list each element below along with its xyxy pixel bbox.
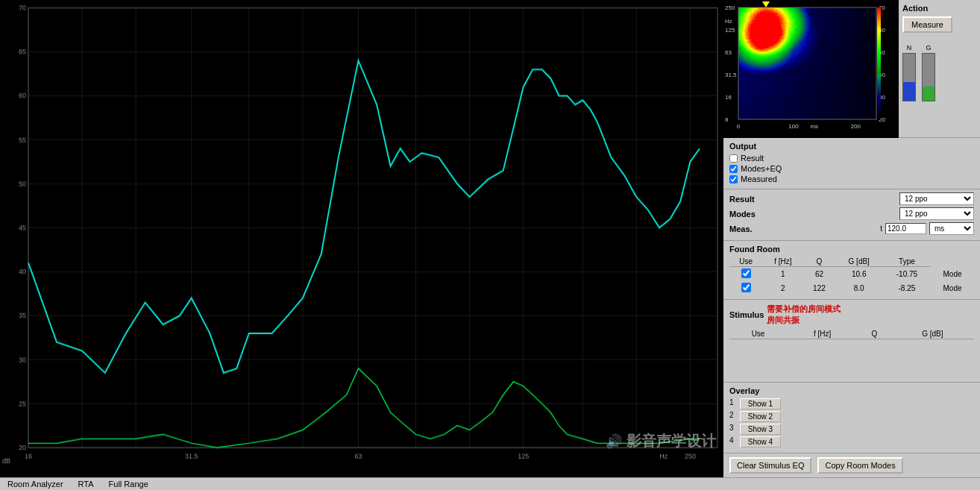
measured-checkbox-row: Measured — [729, 175, 974, 183]
overlay-section: Overlay 1 Show 1 2 Show 2 3 Show 3 4 Sho… — [723, 382, 980, 453]
stimulus-note: 需要补偿的房间模式房间共振 — [767, 304, 841, 326]
action-panel: Action Measure N G — [899, 0, 980, 137]
show-3-button[interactable]: Show 3 — [740, 424, 781, 435]
stim-col-freq: f [Hz] — [787, 329, 858, 339]
stimulus-section: Stimulus 需要补偿的房间模式房间共振 Use f [Hz] Q G [d… — [723, 300, 980, 382]
t-value-input[interactable] — [885, 223, 926, 234]
bottom-buttons: Clear Stimulus EQ Copy Room Modes — [723, 453, 980, 477]
found-room-section: Found Room Use f [Hz] Q G [dB] Type 1 — [723, 241, 980, 300]
stimulus-label: Stimulus 需要补偿的房间模式房间共振 — [729, 304, 974, 326]
show-1-button[interactable]: Show 1 — [740, 398, 781, 409]
col-freq: f [Hz] — [762, 257, 803, 267]
spectrogram-chart — [723, 0, 899, 138]
modes-row: Modes 12 ppo 6 ppo 24 ppo — [729, 207, 974, 220]
output-section: Output Result Modes+EQ Measured — [723, 138, 980, 189]
status-rta: RTA — [78, 480, 94, 489]
t-label: t — [880, 224, 882, 233]
result-checkbox[interactable] — [729, 154, 738, 163]
modes-dropdown[interactable]: 12 ppo 6 ppo 24 ppo — [899, 207, 974, 220]
copy-room-modes-button[interactable]: Copy Room Modes — [817, 457, 902, 474]
result-modes-section: Result 12 ppo 6 ppo 24 ppo Modes 12 ppo … — [723, 189, 980, 241]
stimulus-table: Use f [Hz] Q G [dB] — [729, 329, 974, 339]
stim-col-g: G [dB] — [891, 329, 974, 339]
measured-checkbox-label: Measured — [741, 175, 777, 183]
result-section-label: Result — [729, 195, 767, 204]
modes-eq-checkbox[interactable] — [729, 165, 738, 173]
status-room-analyzer: Room Analyzer — [7, 480, 63, 489]
status-full-range: Full Range — [109, 480, 148, 489]
found-room-label: Found Room — [729, 245, 974, 254]
action-label: Action — [902, 4, 928, 13]
row1-use-checkbox[interactable] — [741, 268, 751, 278]
clear-stimulus-button[interactable]: Clear Stimulus EQ — [729, 457, 811, 474]
show-2-button[interactable]: Show 2 — [740, 411, 781, 422]
overlay-row-1: 1 Show 1 — [729, 398, 974, 409]
col-use: Use — [729, 257, 762, 267]
level-g-bar: G — [922, 44, 935, 104]
status-bar: Room Analyzer RTA Full Range — [0, 477, 980, 490]
result-row: Result 12 ppo 6 ppo 24 ppo — [729, 192, 974, 205]
chart-area: 🔊 影音声学设计 — [0, 0, 723, 477]
meas-dropdown[interactable]: ms — [929, 222, 974, 235]
stim-col-q: Q — [858, 329, 891, 339]
result-dropdown[interactable]: 12 ppo 6 ppo 24 ppo — [899, 192, 974, 205]
overlay-row-2: 2 Show 2 — [729, 411, 974, 422]
col-g: G [dB] — [835, 257, 883, 267]
result-checkbox-row: Result — [729, 154, 974, 163]
measured-checkbox[interactable] — [729, 175, 738, 183]
modes-eq-checkbox-label: Modes+EQ — [741, 164, 782, 173]
measure-button[interactable]: Measure — [902, 16, 952, 33]
show-4-button[interactable]: Show 4 — [740, 436, 781, 447]
overlay-label: Overlay — [729, 386, 974, 395]
col-type: Type — [883, 257, 931, 267]
overlay-row-3: 3 Show 3 — [729, 424, 974, 435]
level-n-bar: N — [902, 44, 916, 104]
right-panel: Action Measure N G — [723, 0, 980, 477]
frequency-response-chart — [0, 0, 723, 477]
output-label: Output — [729, 142, 974, 151]
overlay-row-4: 4 Show 4 — [729, 436, 974, 447]
meas-section-label: Meas. — [729, 224, 767, 233]
stim-col-use: Use — [729, 329, 787, 339]
table-row: 2 122 8.0 -8.25 Mode — [729, 281, 974, 295]
level-sliders: N G — [902, 44, 935, 104]
row2-use-checkbox[interactable] — [741, 283, 751, 292]
meas-row: Meas. t ms — [729, 222, 974, 235]
spectrogram-container — [723, 0, 899, 138]
modes-eq-checkbox-row: Modes+EQ — [729, 164, 974, 173]
modes-section-label: Modes — [729, 210, 767, 219]
result-checkbox-label: Result — [741, 154, 764, 163]
table-row: 1 62 10.6 -10.75 Mode — [729, 267, 974, 282]
col-q: Q — [803, 257, 835, 267]
found-room-table: Use f [Hz] Q G [dB] Type 1 62 10.6 -10.7… — [729, 257, 974, 295]
